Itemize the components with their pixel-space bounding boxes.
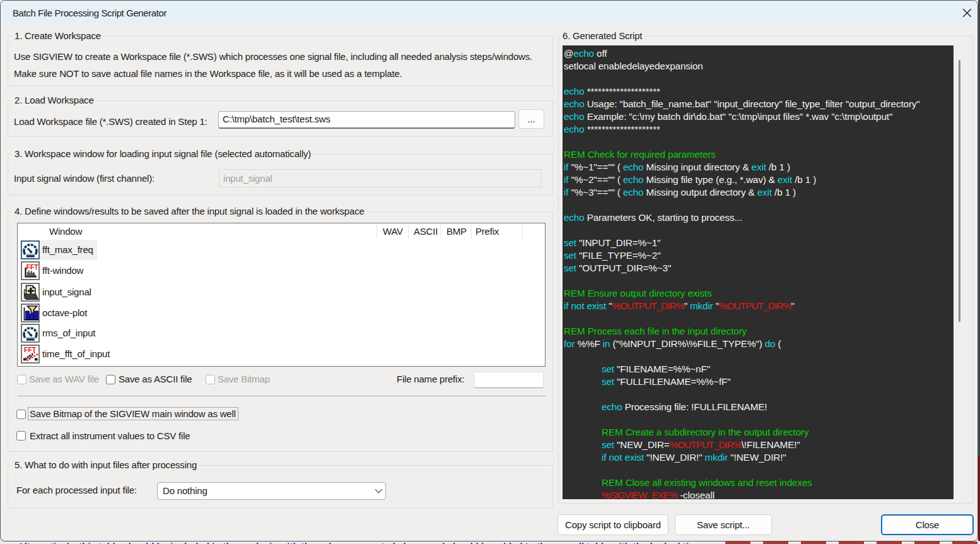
svg-text:FFT: FFT	[26, 263, 39, 271]
